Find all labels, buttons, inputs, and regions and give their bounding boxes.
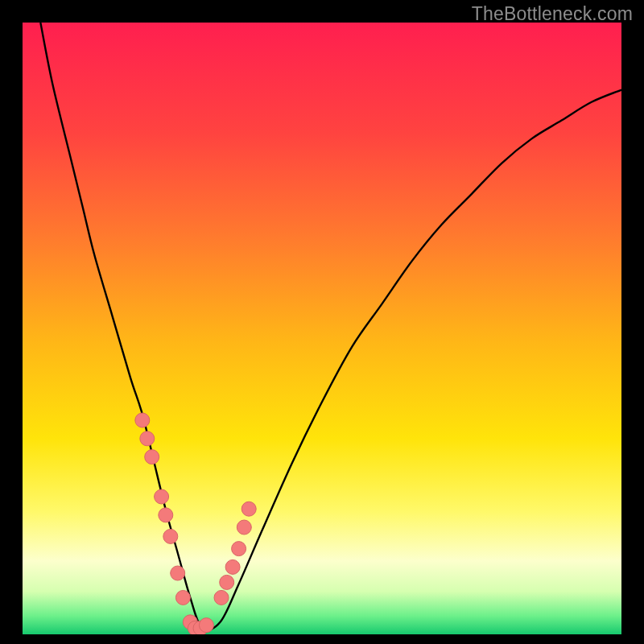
watermark-text: TheBottleneck.com <box>472 3 633 25</box>
curve-marker <box>145 450 159 464</box>
curve-marker <box>225 559 240 574</box>
curve-marker <box>232 542 246 556</box>
curve-marker <box>155 489 169 504</box>
curve-marker <box>199 618 213 633</box>
gradient-rect <box>23 23 621 634</box>
curve-marker <box>163 529 178 543</box>
curve-marker <box>175 590 190 605</box>
curve-marker <box>140 431 155 446</box>
curve-marker <box>214 590 229 605</box>
chart-svg <box>23 23 621 634</box>
curve-marker <box>237 520 251 535</box>
curve-marker <box>171 566 185 580</box>
curve-marker <box>242 502 256 516</box>
plot-area <box>23 23 621 634</box>
curve-marker <box>220 575 234 589</box>
chart-frame: TheBottleneck.com <box>0 0 644 644</box>
curve-marker <box>159 508 173 522</box>
curve-marker <box>135 413 150 427</box>
